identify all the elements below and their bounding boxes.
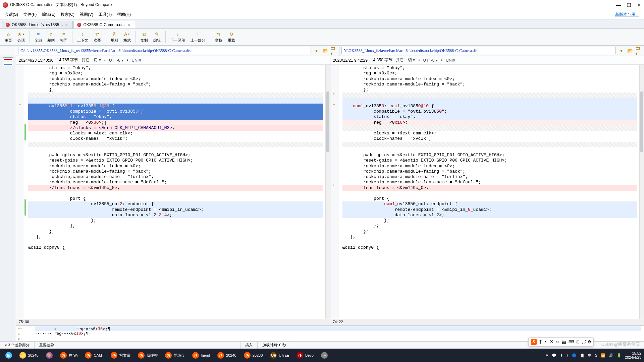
ime-item[interactable]: 中 (539, 339, 543, 345)
menu-item[interactable]: 帮助(H) (115, 11, 133, 18)
menu-item[interactable]: 会话(S) (3, 11, 20, 18)
taskbar-item[interactable]: ◔在 Wi (57, 351, 80, 360)
right-path-input[interactable] (341, 47, 616, 54)
left-code-line[interactable]: ov13855_out2: endpoint { (28, 201, 323, 207)
file-tab[interactable]: OK3588_Linux_fs_ov1385…✕ (2, 21, 73, 28)
left-code-line[interactable]: }; (28, 218, 323, 223)
menu-item[interactable]: 搜索(C) (59, 11, 76, 18)
right-code-line[interactable]: clocks = <&ext_cam_clk>; (342, 131, 638, 136)
left-code-line[interactable] (28, 142, 323, 147)
toolbar-规则[interactable]: §规则 (109, 31, 120, 44)
right-code-line[interactable]: remote-endpoint = <&mipi_in_0_ucam1>; (342, 207, 638, 213)
toolbar-主页[interactable]: ⌂主页 (3, 31, 14, 44)
tray-icon[interactable]: 🔋 (617, 353, 622, 358)
taskbar-item[interactable]: ◔20230 (241, 351, 266, 360)
menu-item[interactable]: 文件(F) (21, 11, 39, 18)
taskbar-item[interactable]: ◔我聊聊 (135, 351, 160, 360)
right-code-line[interactable]: status = "okay"; (342, 114, 638, 120)
taskbar-item[interactable]: UeUltraE (267, 351, 292, 360)
taskbar-item[interactable]: ◔写文章 (108, 351, 133, 360)
ime-item[interactable]: 📷 (561, 340, 567, 344)
left-code-line[interactable]: }; (28, 223, 323, 229)
tray-icon[interactable]: ᐱ (546, 353, 548, 358)
tray-icon[interactable]: 📋 (580, 353, 585, 358)
right-code[interactable]: status = "okay"; reg = <0x0c>; rockchip,… (330, 65, 644, 319)
right-open-icon[interactable]: 📂 (627, 47, 633, 54)
left-mode[interactable]: 其它一切 ▾ (82, 57, 101, 63)
left-open-icon[interactable]: 📂 (322, 47, 328, 54)
left-path-input[interactable] (18, 47, 311, 54)
tray-icon[interactable]: 🔵 (572, 353, 577, 358)
right-code-line[interactable]: reset-gpios = <&extio EXTIO_GPIO_P00 GPI… (342, 158, 638, 163)
left-code-line[interactable]: //lens-focus = <&vm149c_0>; (28, 185, 323, 191)
right-code-line[interactable]: compatible = "ovti,ov13850"; (342, 109, 638, 114)
right-code-line[interactable]: port { (342, 196, 638, 201)
left-code-line[interactable]: port { (28, 196, 323, 201)
tray-icon[interactable]: ᚼ (566, 353, 569, 357)
toolbar-交换[interactable]: ⇆交换 (213, 31, 224, 44)
tray-icon[interactable]: 📶 (601, 353, 605, 358)
update-link[interactable]: 新版本可用... (615, 12, 641, 17)
left-code-line[interactable]: }; (28, 87, 323, 93)
taskbar-item[interactable]: ⋯ (318, 351, 330, 360)
ime-toolbar[interactable]: S中•,⦿☺📷⌨⊞⛶⚙ (528, 337, 594, 347)
overview-gutter[interactable] (0, 56, 16, 341)
right-code-line[interactable]: }; (342, 218, 638, 223)
ime-item[interactable]: ⛶ (582, 340, 586, 344)
file-tab[interactable]: OK3588-C-Camera.dtsi✕ (73, 21, 135, 28)
tray-icon[interactable]: ⬇ (560, 353, 563, 358)
left-encoding[interactable]: UTF-8 ▾ (109, 58, 123, 63)
ime-item[interactable]: ⦿ (549, 340, 553, 344)
right-path-dropdown-icon[interactable]: ▾ (618, 47, 625, 54)
left-code-line[interactable]: status = "okay"; (28, 114, 323, 120)
right-code-line[interactable]: }; (342, 234, 638, 240)
taskbar-item[interactable]: ◔CAM- (82, 351, 106, 360)
tray-icon[interactable]: 💬 (552, 353, 556, 358)
left-code-line[interactable]: &csi2_dcphy0 { (28, 245, 323, 250)
tray-icon[interactable]: 🔊 (609, 353, 613, 358)
tray-icon[interactable]: 中 (588, 353, 592, 358)
toolbar-次要[interactable]: ⇄次要 (92, 31, 103, 44)
left-code-line[interactable]: reset-gpios = <&extio EXTIO_GPIO_P00 GPI… (28, 158, 323, 163)
right-code-line[interactable]: rockchip,camera-module-index = <0>; (342, 76, 638, 82)
taskbar-item[interactable]: 🎨 (43, 351, 55, 360)
left-code-line[interactable]: remote-endpoint = <&mipi_in_ucam1>; (28, 207, 323, 213)
left-path-dropdown-icon[interactable]: ▾ (313, 47, 320, 54)
right-code-line[interactable]: rockchip,camera-module-facing = "back"; (342, 169, 638, 174)
right-code-line[interactable]: status = "okay"; (342, 65, 638, 71)
left-code-line[interactable]: rockchip,camera-module-facing = "back"; (28, 82, 323, 87)
left-code-line[interactable]: rockchip,camera-module-index = <0>; (28, 76, 323, 82)
taskbar-item[interactable]: ◔friend (190, 351, 213, 360)
toolbar-格式[interactable]: A▼格式 (121, 31, 133, 44)
left-code-line[interactable]: rockchip,camera-module-index = <0>; (28, 164, 323, 169)
right-code-line[interactable] (342, 93, 638, 98)
toolbar-上一部分[interactable]: ↑上一部分 (189, 31, 207, 44)
right-code-line[interactable] (342, 147, 638, 153)
right-code-line[interactable]: data-lanes = <1 2>; (342, 213, 638, 218)
right-code-line[interactable]: }; (342, 87, 638, 93)
left-code-line[interactable]: compatible = "ovti,ov13855"; (28, 109, 323, 114)
right-code-line[interactable] (342, 240, 638, 245)
toolbar-全部[interactable]: ≡全部 (33, 31, 44, 44)
toolbar-重载[interactable]: ↻重载 (226, 31, 237, 44)
left-code-line[interactable] (28, 98, 323, 104)
toolbar-下一区段[interactable]: ↓下一区段 (168, 31, 187, 44)
right-mode[interactable]: 其它一切 ▾ (396, 57, 415, 63)
right-code-line[interactable]: rockchip,camera-module-name = "forlinx"; (342, 174, 638, 180)
right-code-line[interactable]: rockchip,camera-module-facing = "back"; (342, 82, 638, 87)
left-code-line[interactable]: rockchip,camera-module-lens-name = "defa… (28, 180, 323, 185)
left-code-line[interactable] (28, 240, 323, 245)
tray-icon[interactable]: S (595, 353, 597, 357)
left-code-line[interactable]: rockchip,camera-module-name = "forlinx"; (28, 174, 323, 180)
right-code-line[interactable]: rockchip,camera-module-index = <0>; (342, 164, 638, 169)
toolbar-差别[interactable]: ≠差别 (45, 31, 57, 44)
toolbar-会话[interactable]: ★▼会话 (15, 31, 27, 44)
left-code-line[interactable] (28, 147, 323, 153)
left-code-line[interactable]: clock-names = "xvclk"; (28, 136, 323, 141)
taskbar-item[interactable]: ⊞ (3, 351, 15, 360)
taskbar-item[interactable]: ◑Beyo (294, 351, 316, 360)
left-code-line[interactable]: }; (28, 229, 323, 234)
right-code-line[interactable]: lens-focus = <&vm149c_0>; (342, 185, 638, 191)
right-scrollbar[interactable] (639, 65, 644, 319)
toolbar-编辑[interactable]: ✎编辑 (151, 31, 163, 44)
